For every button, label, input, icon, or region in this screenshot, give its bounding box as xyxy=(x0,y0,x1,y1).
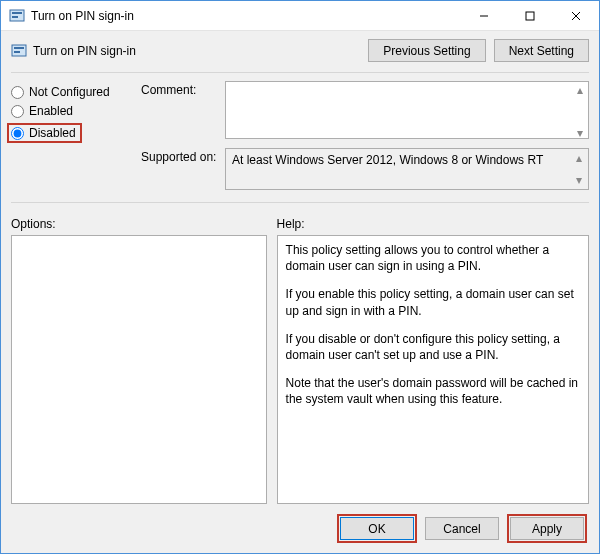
close-button[interactable] xyxy=(553,1,599,31)
config-area: Not Configured Enabled Disabled Comment: xyxy=(1,81,599,196)
titlebar[interactable]: Turn on PIN sign-in xyxy=(1,1,599,31)
maximize-icon xyxy=(525,11,535,21)
radio-not-configured[interactable]: Not Configured xyxy=(11,85,141,99)
state-radio-group: Not Configured Enabled Disabled xyxy=(11,81,141,196)
scroll-up-icon: ▴ xyxy=(576,151,582,165)
radio-disabled-input[interactable] xyxy=(11,127,24,140)
radio-disabled[interactable]: Disabled xyxy=(11,126,76,140)
radio-not-configured-label: Not Configured xyxy=(29,85,110,99)
svg-rect-8 xyxy=(14,47,24,49)
supported-scroll-hints: ▴ ▾ xyxy=(572,149,586,189)
help-paragraph: This policy setting allows you to contro… xyxy=(286,242,580,274)
fields-area: Comment: ▴ ▾ Supported on: At least Wind… xyxy=(141,81,589,196)
previous-setting-button[interactable]: Previous Setting xyxy=(368,39,485,62)
supported-value: At least Windows Server 2012, Windows 8 … xyxy=(232,153,543,167)
comment-label: Comment: xyxy=(141,81,225,142)
cancel-button[interactable]: Cancel xyxy=(425,517,499,540)
radio-not-configured-input[interactable] xyxy=(11,86,24,99)
scroll-down-icon: ▾ xyxy=(576,173,582,187)
apply-button[interactable]: Apply xyxy=(510,517,584,540)
options-label: Options: xyxy=(11,217,267,231)
svg-rect-1 xyxy=(12,12,22,14)
minimize-icon xyxy=(479,11,489,21)
help-label: Help: xyxy=(277,217,589,231)
separator-2 xyxy=(11,202,589,203)
close-icon xyxy=(571,11,581,21)
ok-button[interactable]: OK xyxy=(340,517,414,540)
help-paragraph: If you enable this policy setting, a dom… xyxy=(286,286,580,318)
apply-highlight: Apply xyxy=(507,514,587,543)
svg-rect-2 xyxy=(12,16,18,18)
radio-enabled-label: Enabled xyxy=(29,104,73,118)
minimize-button[interactable] xyxy=(461,1,507,31)
help-column: Help: This policy setting allows you to … xyxy=(277,217,589,504)
supported-label: Supported on: xyxy=(141,148,225,190)
policy-icon xyxy=(9,8,25,24)
content-area: Turn on PIN sign-in Previous Setting Nex… xyxy=(1,31,599,553)
svg-rect-0 xyxy=(10,10,24,21)
options-column: Options: xyxy=(11,217,267,504)
separator xyxy=(11,72,589,73)
lower-area: Options: Help: This policy setting allow… xyxy=(1,211,599,504)
next-setting-button[interactable]: Next Setting xyxy=(494,39,589,62)
supported-text: At least Windows Server 2012, Windows 8 … xyxy=(225,148,589,190)
svg-rect-4 xyxy=(526,12,534,20)
help-paragraph: Note that the user's domain password wil… xyxy=(286,375,580,407)
policy-dialog: Turn on PIN sign-in Turn on PIN sign-in … xyxy=(0,0,600,554)
options-box[interactable] xyxy=(11,235,267,504)
comment-textarea[interactable] xyxy=(225,81,589,139)
comment-row: Comment: ▴ ▾ xyxy=(141,81,589,142)
supported-row: Supported on: At least Windows Server 20… xyxy=(141,148,589,190)
policy-header-icon xyxy=(11,43,27,59)
help-paragraph: If you disable or don't configure this p… xyxy=(286,331,580,363)
policy-name: Turn on PIN sign-in xyxy=(33,44,360,58)
ok-highlight: OK xyxy=(337,514,417,543)
radio-enabled-input[interactable] xyxy=(11,105,24,118)
radio-disabled-label: Disabled xyxy=(29,126,76,140)
radio-enabled[interactable]: Enabled xyxy=(11,104,141,118)
header-row: Turn on PIN sign-in Previous Setting Nex… xyxy=(1,31,599,72)
help-box[interactable]: This policy setting allows you to contro… xyxy=(277,235,589,504)
svg-rect-7 xyxy=(12,45,26,56)
footer-buttons: OK Cancel Apply xyxy=(1,504,599,553)
svg-rect-9 xyxy=(14,51,20,53)
maximize-button[interactable] xyxy=(507,1,553,31)
radio-disabled-highlight: Disabled xyxy=(7,123,82,143)
window-title: Turn on PIN sign-in xyxy=(31,9,461,23)
